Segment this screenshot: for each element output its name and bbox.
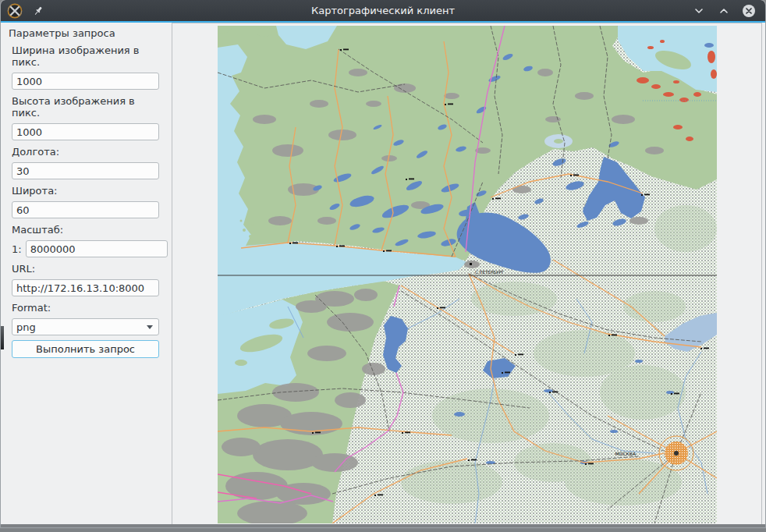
background-strip [1, 524, 765, 527]
chevron-down-icon [147, 325, 153, 329]
latitude-input[interactable] [12, 201, 159, 218]
close-button[interactable] [742, 4, 756, 18]
image-height-label: Высота изображения в пикс. [12, 95, 159, 119]
format-selected-value: png [16, 321, 36, 333]
map-label-moscow: МОСКВА [615, 451, 636, 456]
maximize-button[interactable] [717, 4, 731, 18]
chevron-down-icon [693, 5, 704, 16]
screen: Картографический клиент [0, 0, 766, 532]
panel-edge-handle[interactable] [1, 326, 4, 349]
image-width-label: Ширина изображения в пикс. [12, 44, 159, 68]
panel-title: Параметры запроса [9, 27, 159, 39]
url-label: URL: [12, 263, 159, 275]
behind-window-strip [0, 529, 766, 532]
execute-request-button[interactable]: Выполнить запрос [12, 340, 159, 358]
map-stpetersburg [464, 261, 480, 268]
image-height-input[interactable] [12, 123, 159, 140]
map-scroll-area[interactable]: С.ПЕТЕРБУРГ МОСКВА [172, 23, 762, 527]
url-input[interactable] [12, 279, 159, 296]
map-image[interactable]: С.ПЕТЕРБУРГ МОСКВА [218, 26, 717, 523]
scale-row: 1: [12, 240, 159, 257]
chevron-up-icon [718, 5, 729, 16]
image-width-input[interactable] [12, 73, 159, 90]
longitude-label: Долгота: [12, 146, 159, 158]
map-label-spb: С.ПЕТЕРБУРГ [475, 270, 505, 275]
format-select[interactable]: png [12, 318, 159, 335]
latitude-label: Широта: [12, 185, 159, 197]
scale-input[interactable] [26, 240, 168, 257]
scale-prefix: 1: [12, 243, 22, 255]
format-label: Format: [12, 302, 159, 314]
window-controls [692, 4, 765, 18]
app-icon [7, 3, 23, 19]
app-window: Картографический клиент [0, 0, 766, 528]
minimize-button[interactable] [692, 4, 706, 18]
window-title: Картографический клиент [1, 5, 765, 16]
pin-icon[interactable] [32, 5, 44, 17]
titlebar[interactable]: Картографический клиент [1, 0, 765, 21]
close-icon [742, 4, 756, 18]
scale-label: Масштаб: [12, 224, 159, 236]
longitude-input[interactable] [12, 162, 159, 179]
request-parameters-panel: Параметры запроса Ширина изображения в п… [1, 23, 172, 527]
